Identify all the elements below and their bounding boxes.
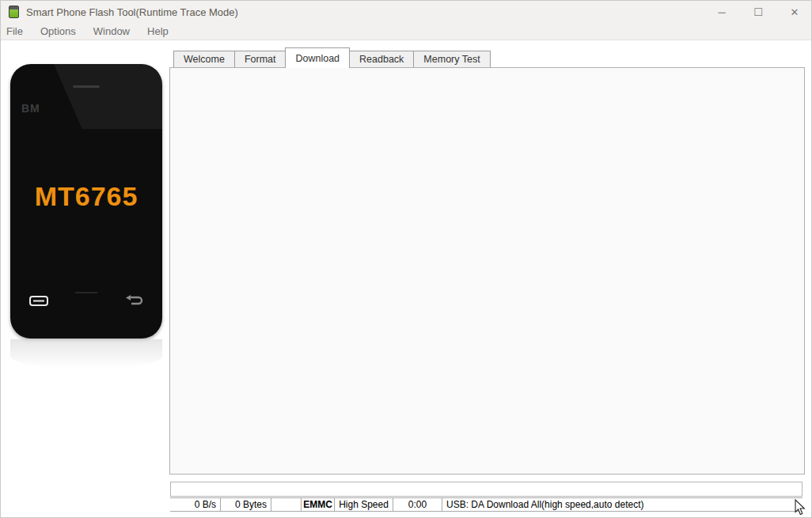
mouse-cursor	[795, 499, 806, 516]
status-elapsed-time: 0:00	[393, 498, 442, 511]
phone-brand-label: BM	[21, 102, 40, 115]
status-usb-speed: High Speed	[335, 498, 393, 511]
statusbar: 0 B/s 0 Bytes EMMC High Speed 0:00 USB: …	[170, 497, 803, 512]
status-storage-type: EMMC	[302, 498, 335, 511]
status-spare	[271, 498, 302, 511]
status-port-info: USB: DA Download All(high speed,auto det…	[442, 498, 803, 511]
progress-bar	[170, 482, 803, 497]
minimize-button[interactable]: ─	[704, 1, 740, 23]
menubar: File Options Window Help	[1, 23, 812, 40]
phone-back-icon	[123, 295, 144, 309]
menu-file[interactable]: File	[1, 25, 32, 37]
phone-speaker	[73, 85, 100, 88]
app-icon	[9, 6, 19, 18]
phone-reflection	[10, 339, 162, 368]
tab-strip: Welcome Format Download Readback Memory …	[173, 51, 491, 68]
tab-welcome[interactable]: Welcome	[173, 51, 234, 68]
phone-preview-image: BM MT6765	[10, 64, 162, 338]
phone-home-dash	[75, 292, 97, 293]
titlebar: Smart Phone Flash Tool(Runtime Trace Mod…	[1, 1, 812, 23]
status-bytes: 0 Bytes	[221, 498, 271, 511]
download-tab-page	[169, 67, 805, 475]
phone-menu-icon	[29, 295, 48, 309]
tab-memory-test[interactable]: Memory Test	[413, 51, 490, 68]
window-controls: ─ ☐ ✕	[704, 1, 812, 23]
maximize-button[interactable]: ☐	[740, 1, 776, 23]
menu-options[interactable]: Options	[32, 25, 85, 37]
status-speed: 0 B/s	[170, 498, 221, 511]
window-title: Smart Phone Flash Tool(Runtime Trace Mod…	[26, 6, 238, 18]
menu-help[interactable]: Help	[138, 25, 177, 37]
tab-download[interactable]: Download	[285, 47, 350, 68]
tab-readback[interactable]: Readback	[350, 51, 413, 68]
close-button[interactable]: ✕	[776, 1, 812, 23]
menu-window[interactable]: Window	[85, 25, 138, 37]
phone-gloss	[54, 64, 162, 129]
chipset-label: MT6765	[10, 181, 162, 212]
tab-format[interactable]: Format	[234, 51, 286, 68]
